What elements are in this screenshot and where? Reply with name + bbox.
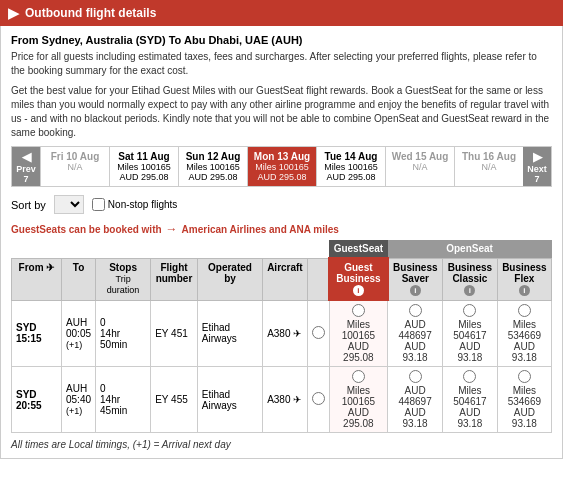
guestseat-header: GuestSeat bbox=[329, 240, 387, 258]
route-description2: Get the best value for your Etihad Guest… bbox=[11, 84, 552, 140]
next-label: Next bbox=[527, 164, 547, 174]
business-flex-info-icon[interactable]: i bbox=[519, 285, 530, 296]
outbound-arrow-icon: ▶ bbox=[8, 5, 19, 21]
nonstop-checkbox[interactable] bbox=[92, 198, 105, 211]
col-flight: Flight number bbox=[151, 258, 198, 300]
prev-nav[interactable]: ◀ Prev 7 bbox=[12, 147, 40, 186]
col-business-saver: Business Saver i bbox=[388, 258, 443, 300]
col-guest-business: Guest Business i bbox=[329, 258, 387, 300]
sort-select[interactable] bbox=[54, 195, 84, 214]
sort-row: Sort by Non-stop flights bbox=[11, 195, 552, 214]
guest-business-info-icon[interactable]: i bbox=[353, 285, 364, 296]
flight-classic-price-1[interactable]: Miles 504617 AUD 93.18 bbox=[443, 367, 498, 433]
flight-saver-price-0[interactable]: AUD 448697 AUD 93.18 bbox=[388, 300, 443, 367]
col-business-flex: Business Flex i bbox=[497, 258, 551, 300]
col-header-row: From ✈ To Stops Trip duration Flight num… bbox=[12, 258, 552, 300]
flight-to-1: AUH05:40(+1) bbox=[62, 367, 96, 433]
saver-radio-1[interactable] bbox=[409, 370, 422, 383]
flight-select-col-0 bbox=[307, 300, 329, 367]
flight-number-1: EY 455 bbox=[151, 367, 198, 433]
flights-table: GuestSeat OpenSeat From ✈ To Stops Trip … bbox=[11, 240, 552, 433]
footer-note: All times are Local timings, (+1) = Arri… bbox=[11, 439, 552, 450]
guest-note-airlines: American Airlines and ANA miles bbox=[182, 224, 339, 235]
classic-radio-0[interactable] bbox=[463, 304, 476, 317]
guest-note-text: GuestSeats can be booked with bbox=[11, 224, 162, 235]
flight-aircraft-0: A380 ✈ bbox=[263, 300, 308, 367]
nonstop-text: Non-stop flights bbox=[108, 199, 177, 210]
route-description1: Price for all guests including estimated… bbox=[11, 50, 552, 78]
next-nav[interactable]: ▶ Next 7 bbox=[523, 147, 551, 186]
guest-note: GuestSeats can be booked with → American… bbox=[11, 222, 552, 236]
saver-radio-0[interactable] bbox=[409, 304, 422, 317]
date-selector: ◀ Prev 7 Fri 10 AugN/ASat 11 AugMiles 10… bbox=[11, 146, 552, 187]
flight-from-1: SYD 20:55 bbox=[12, 367, 62, 433]
outbound-title: Outbound flight details bbox=[25, 6, 156, 20]
guest-radio-0[interactable] bbox=[352, 304, 365, 317]
date-cell-6[interactable]: Thu 16 AugN/A bbox=[454, 147, 523, 186]
guest-radio-1[interactable] bbox=[352, 370, 365, 383]
next-icon: ▶ bbox=[533, 150, 542, 164]
flight-to-0: AUH00:05(+1) bbox=[62, 300, 96, 367]
date-cell-3[interactable]: Mon 13 AugMiles 100165AUD 295.08 bbox=[247, 147, 316, 186]
col-from: From ✈ bbox=[12, 258, 62, 300]
col-business-classic: Business Classic i bbox=[443, 258, 498, 300]
date-cell-4[interactable]: Tue 14 AugMiles 100165AUD 295.08 bbox=[316, 147, 385, 186]
col-aircraft: Aircraft bbox=[263, 258, 308, 300]
flex-radio-0[interactable] bbox=[518, 304, 531, 317]
col-spacer bbox=[307, 258, 329, 300]
next-days: 7 bbox=[534, 174, 539, 184]
flight-stops-0: 014hr 50min bbox=[96, 300, 151, 367]
content-area: From Sydney, Australia (SYD) To Abu Dhab… bbox=[0, 26, 563, 459]
prev-label: Prev bbox=[16, 164, 36, 174]
table-row: SYD 15:15 AUH00:05(+1) 014hr 50min EY 45… bbox=[12, 300, 552, 367]
date-cell-1[interactable]: Sat 11 AugMiles 100165AUD 295.08 bbox=[109, 147, 178, 186]
section-header-row: GuestSeat OpenSeat bbox=[12, 240, 552, 258]
flight-operated-1: Etihad Airways bbox=[197, 367, 262, 433]
flight-classic-price-0[interactable]: Miles 504617 AUD 93.18 bbox=[443, 300, 498, 367]
col-operated: Operated by bbox=[197, 258, 262, 300]
business-classic-info-icon[interactable]: i bbox=[464, 285, 475, 296]
flight-flex-price-0[interactable]: Miles 534669 AUD 93.18 bbox=[497, 300, 551, 367]
flight-saver-price-1[interactable]: AUD 448697 AUD 93.18 bbox=[388, 367, 443, 433]
col-to: To bbox=[62, 258, 96, 300]
flight-flex-price-1[interactable]: Miles 534669 AUD 93.18 bbox=[497, 367, 551, 433]
date-cell-0[interactable]: Fri 10 AugN/A bbox=[40, 147, 109, 186]
aircraft-icon-0: ✈ bbox=[293, 328, 301, 339]
flex-radio-1[interactable] bbox=[518, 370, 531, 383]
flight-aircraft-1: A380 ✈ bbox=[263, 367, 308, 433]
col-stops: Stops Trip duration bbox=[96, 258, 151, 300]
nonstop-label[interactable]: Non-stop flights bbox=[92, 198, 177, 211]
prev-icon: ◀ bbox=[22, 150, 31, 164]
outbound-header: ▶ Outbound flight details bbox=[0, 0, 563, 26]
table-row: SYD 20:55 AUH05:40(+1) 014hr 45min EY 45… bbox=[12, 367, 552, 433]
flights-tbody: SYD 15:15 AUH00:05(+1) 014hr 50min EY 45… bbox=[12, 300, 552, 433]
openseat-header: OpenSeat bbox=[388, 240, 552, 258]
flight-select-col-1 bbox=[307, 367, 329, 433]
flight-radio-1[interactable] bbox=[312, 392, 325, 405]
flight-from-0: SYD 15:15 bbox=[12, 300, 62, 367]
flight-operated-0: Etihad Airways bbox=[197, 300, 262, 367]
guest-note-arrow: → bbox=[166, 222, 178, 236]
flight-stops-1: 014hr 45min bbox=[96, 367, 151, 433]
sort-label: Sort by bbox=[11, 199, 46, 211]
business-saver-info-icon[interactable]: i bbox=[410, 285, 421, 296]
prev-days: 7 bbox=[23, 174, 28, 184]
flight-radio-0[interactable] bbox=[312, 326, 325, 339]
flight-number-0: EY 451 bbox=[151, 300, 198, 367]
date-cell-2[interactable]: Sun 12 AugMiles 100165AUD 295.08 bbox=[178, 147, 247, 186]
aircraft-icon-1: ✈ bbox=[293, 394, 301, 405]
classic-radio-1[interactable] bbox=[463, 370, 476, 383]
date-cells: Fri 10 AugN/ASat 11 AugMiles 100165AUD 2… bbox=[40, 147, 523, 186]
flight-guest-price-1[interactable]: Miles 100165 AUD 295.08 bbox=[329, 367, 387, 433]
date-cell-5[interactable]: Wed 15 AugN/A bbox=[385, 147, 454, 186]
route-title: From Sydney, Australia (SYD) To Abu Dhab… bbox=[11, 34, 552, 46]
flight-guest-price-0[interactable]: Miles 100165 AUD 295.08 bbox=[329, 300, 387, 367]
